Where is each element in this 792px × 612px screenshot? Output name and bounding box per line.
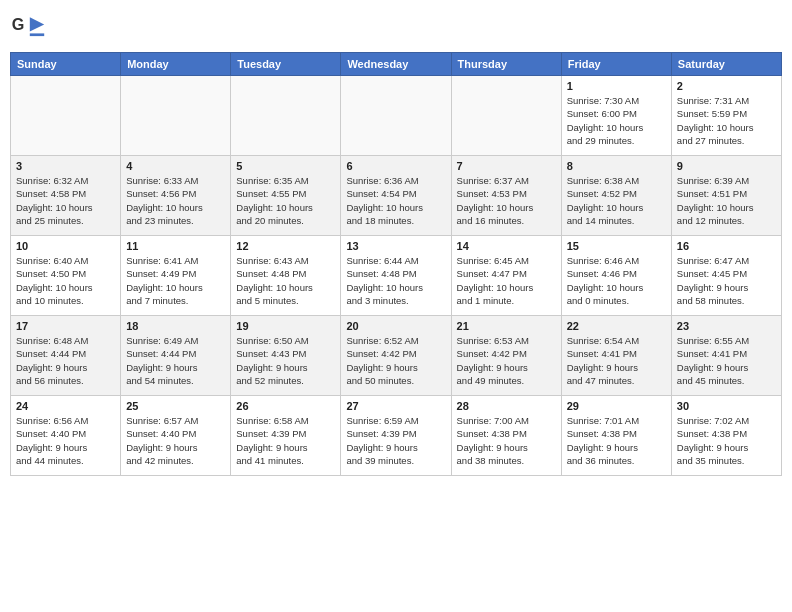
calendar-cell: 25Sunrise: 6:57 AM Sunset: 4:40 PM Dayli… [121,396,231,476]
calendar-cell: 28Sunrise: 7:00 AM Sunset: 4:38 PM Dayli… [451,396,561,476]
calendar-week-row: 1Sunrise: 7:30 AM Sunset: 6:00 PM Daylig… [11,76,782,156]
weekday-header: Saturday [671,53,781,76]
svg-text:G: G [12,15,25,33]
day-number: 12 [236,240,335,252]
day-info: Sunrise: 7:00 AM Sunset: 4:38 PM Dayligh… [457,414,556,467]
calendar-table: SundayMondayTuesdayWednesdayThursdayFrid… [10,52,782,476]
day-number: 29 [567,400,666,412]
day-number: 17 [16,320,115,332]
day-info: Sunrise: 6:58 AM Sunset: 4:39 PM Dayligh… [236,414,335,467]
calendar-cell: 3Sunrise: 6:32 AM Sunset: 4:58 PM Daylig… [11,156,121,236]
calendar-cell: 14Sunrise: 6:45 AM Sunset: 4:47 PM Dayli… [451,236,561,316]
day-number: 14 [457,240,556,252]
calendar-cell: 22Sunrise: 6:54 AM Sunset: 4:41 PM Dayli… [561,316,671,396]
day-info: Sunrise: 6:46 AM Sunset: 4:46 PM Dayligh… [567,254,666,307]
day-number: 23 [677,320,776,332]
day-info: Sunrise: 6:33 AM Sunset: 4:56 PM Dayligh… [126,174,225,227]
logo: G [10,10,50,46]
calendar-cell: 20Sunrise: 6:52 AM Sunset: 4:42 PM Dayli… [341,316,451,396]
day-number: 26 [236,400,335,412]
calendar-cell [341,76,451,156]
calendar-cell: 15Sunrise: 6:46 AM Sunset: 4:46 PM Dayli… [561,236,671,316]
day-number: 3 [16,160,115,172]
svg-rect-3 [30,33,44,36]
weekday-header: Monday [121,53,231,76]
day-info: Sunrise: 6:44 AM Sunset: 4:48 PM Dayligh… [346,254,445,307]
day-info: Sunrise: 6:54 AM Sunset: 4:41 PM Dayligh… [567,334,666,387]
day-number: 24 [16,400,115,412]
calendar-cell: 19Sunrise: 6:50 AM Sunset: 4:43 PM Dayli… [231,316,341,396]
day-number: 28 [457,400,556,412]
day-number: 1 [567,80,666,92]
day-info: Sunrise: 7:01 AM Sunset: 4:38 PM Dayligh… [567,414,666,467]
day-number: 10 [16,240,115,252]
calendar-week-row: 10Sunrise: 6:40 AM Sunset: 4:50 PM Dayli… [11,236,782,316]
logo-icon: G [10,10,46,46]
day-number: 4 [126,160,225,172]
calendar-cell: 17Sunrise: 6:48 AM Sunset: 4:44 PM Dayli… [11,316,121,396]
day-info: Sunrise: 7:30 AM Sunset: 6:00 PM Dayligh… [567,94,666,147]
calendar-week-row: 24Sunrise: 6:56 AM Sunset: 4:40 PM Dayli… [11,396,782,476]
day-info: Sunrise: 6:36 AM Sunset: 4:54 PM Dayligh… [346,174,445,227]
calendar-cell [121,76,231,156]
calendar-cell: 8Sunrise: 6:38 AM Sunset: 4:52 PM Daylig… [561,156,671,236]
calendar-cell: 12Sunrise: 6:43 AM Sunset: 4:48 PM Dayli… [231,236,341,316]
calendar-cell [231,76,341,156]
day-info: Sunrise: 6:57 AM Sunset: 4:40 PM Dayligh… [126,414,225,467]
calendar-cell: 26Sunrise: 6:58 AM Sunset: 4:39 PM Dayli… [231,396,341,476]
day-info: Sunrise: 7:02 AM Sunset: 4:38 PM Dayligh… [677,414,776,467]
calendar-cell: 1Sunrise: 7:30 AM Sunset: 6:00 PM Daylig… [561,76,671,156]
calendar-cell: 10Sunrise: 6:40 AM Sunset: 4:50 PM Dayli… [11,236,121,316]
day-info: Sunrise: 6:39 AM Sunset: 4:51 PM Dayligh… [677,174,776,227]
day-number: 15 [567,240,666,252]
calendar-cell: 21Sunrise: 6:53 AM Sunset: 4:42 PM Dayli… [451,316,561,396]
day-number: 16 [677,240,776,252]
day-number: 18 [126,320,225,332]
day-info: Sunrise: 6:47 AM Sunset: 4:45 PM Dayligh… [677,254,776,307]
calendar-cell: 11Sunrise: 6:41 AM Sunset: 4:49 PM Dayli… [121,236,231,316]
weekday-header: Friday [561,53,671,76]
calendar-cell: 6Sunrise: 6:36 AM Sunset: 4:54 PM Daylig… [341,156,451,236]
day-number: 20 [346,320,445,332]
day-info: Sunrise: 6:45 AM Sunset: 4:47 PM Dayligh… [457,254,556,307]
day-number: 22 [567,320,666,332]
day-number: 5 [236,160,335,172]
weekday-header: Tuesday [231,53,341,76]
day-info: Sunrise: 6:41 AM Sunset: 4:49 PM Dayligh… [126,254,225,307]
calendar-cell: 4Sunrise: 6:33 AM Sunset: 4:56 PM Daylig… [121,156,231,236]
day-number: 13 [346,240,445,252]
day-info: Sunrise: 6:40 AM Sunset: 4:50 PM Dayligh… [16,254,115,307]
calendar-cell [11,76,121,156]
calendar-cell: 7Sunrise: 6:37 AM Sunset: 4:53 PM Daylig… [451,156,561,236]
calendar-cell: 24Sunrise: 6:56 AM Sunset: 4:40 PM Dayli… [11,396,121,476]
calendar-cell: 16Sunrise: 6:47 AM Sunset: 4:45 PM Dayli… [671,236,781,316]
calendar-cell: 5Sunrise: 6:35 AM Sunset: 4:55 PM Daylig… [231,156,341,236]
page-header: G [10,10,782,46]
day-info: Sunrise: 6:48 AM Sunset: 4:44 PM Dayligh… [16,334,115,387]
day-info: Sunrise: 6:49 AM Sunset: 4:44 PM Dayligh… [126,334,225,387]
day-number: 21 [457,320,556,332]
day-number: 19 [236,320,335,332]
calendar-cell: 23Sunrise: 6:55 AM Sunset: 4:41 PM Dayli… [671,316,781,396]
day-info: Sunrise: 6:52 AM Sunset: 4:42 PM Dayligh… [346,334,445,387]
day-number: 6 [346,160,445,172]
calendar-cell: 18Sunrise: 6:49 AM Sunset: 4:44 PM Dayli… [121,316,231,396]
day-info: Sunrise: 6:38 AM Sunset: 4:52 PM Dayligh… [567,174,666,227]
weekday-header: Sunday [11,53,121,76]
day-info: Sunrise: 6:50 AM Sunset: 4:43 PM Dayligh… [236,334,335,387]
day-info: Sunrise: 6:35 AM Sunset: 4:55 PM Dayligh… [236,174,335,227]
day-number: 9 [677,160,776,172]
day-number: 2 [677,80,776,92]
calendar-cell: 2Sunrise: 7:31 AM Sunset: 5:59 PM Daylig… [671,76,781,156]
day-info: Sunrise: 7:31 AM Sunset: 5:59 PM Dayligh… [677,94,776,147]
calendar-cell: 9Sunrise: 6:39 AM Sunset: 4:51 PM Daylig… [671,156,781,236]
calendar-week-row: 17Sunrise: 6:48 AM Sunset: 4:44 PM Dayli… [11,316,782,396]
weekday-header: Wednesday [341,53,451,76]
day-number: 8 [567,160,666,172]
day-info: Sunrise: 6:53 AM Sunset: 4:42 PM Dayligh… [457,334,556,387]
day-info: Sunrise: 6:32 AM Sunset: 4:58 PM Dayligh… [16,174,115,227]
day-number: 27 [346,400,445,412]
day-number: 25 [126,400,225,412]
day-number: 11 [126,240,225,252]
calendar-cell: 29Sunrise: 7:01 AM Sunset: 4:38 PM Dayli… [561,396,671,476]
